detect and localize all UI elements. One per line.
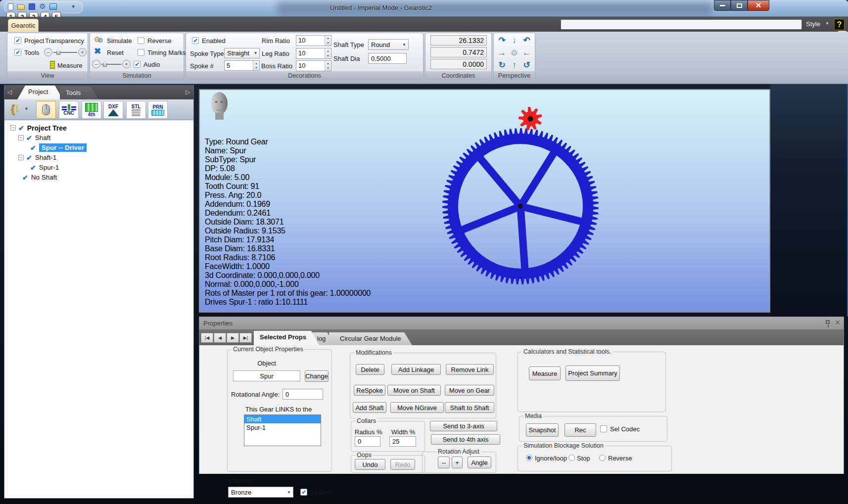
collar-radius-field[interactable]: 0 [355, 436, 380, 447]
dxf-export-button[interactable]: DXF [103, 101, 123, 119]
style-search-input[interactable] [561, 19, 802, 30]
tilt-up-icon[interactable]: ↑ [508, 59, 520, 71]
title-bar[interactable]: ⚙ ▾ 1 2 3 4 5 Untitled - Imperial Mode -… [0, 0, 848, 17]
material-dropdown[interactable]: Bronze▼ [228, 487, 293, 498]
boss-ratio-spinner[interactable]: 10▲▼ [296, 60, 331, 71]
gear-script-dropdown-icon[interactable]: ▼ [24, 106, 29, 111]
tree-item-spur-driver[interactable]: ✔ Spur -- Driver [4, 143, 87, 152]
expand-icon[interactable]: − [18, 155, 24, 160]
tab-nav-last-button[interactable]: ▶| [239, 333, 252, 343]
pan-left-icon[interactable]: ← [520, 46, 533, 59]
spoke-count-spinner[interactable]: 5▲▼ [224, 60, 260, 71]
project-checkbox[interactable]: ✔ [14, 37, 21, 44]
tab-project[interactable]: Project [17, 86, 63, 99]
transparency-slider-thumb[interactable] [56, 49, 60, 55]
minimize-button[interactable] [714, 0, 731, 11]
fourth-axis-button[interactable]: 4th [82, 101, 101, 119]
spin-ccw-icon[interactable]: ↺ [520, 59, 533, 71]
style-selector[interactable]: Style [806, 20, 820, 28]
measure-button[interactable]: Measure [57, 62, 83, 69]
add-linkage-button[interactable]: Add Linkage [391, 364, 441, 375]
rotate-minus-button[interactable]: -- [438, 457, 450, 468]
new-file-icon[interactable] [8, 3, 13, 10]
rotational-angle-field[interactable]: 0 [283, 389, 323, 400]
speed-slider[interactable] [101, 64, 121, 65]
speed-plus-button[interactable]: + [122, 60, 131, 68]
move-on-shaft-button[interactable]: Move on Shaft [387, 385, 441, 396]
tab-nav-prev-button[interactable]: ◀ [214, 333, 226, 343]
respoke-button[interactable]: ReSpoke [354, 385, 385, 396]
move-ngrave-button[interactable]: Move NGrave [390, 402, 444, 413]
delete-button[interactable]: Delete [356, 364, 384, 375]
mouse-tool-button[interactable] [36, 101, 56, 119]
transparency-slider[interactable] [53, 52, 77, 53]
tree-item-spur-1[interactable]: ✔ Spur-1 [4, 163, 59, 172]
tab-nav-next-button[interactable]: ▶ [227, 333, 239, 343]
print-button[interactable]: PRN [148, 101, 168, 119]
panel-close-icon[interactable]: ✕ [835, 319, 841, 326]
stl-export-button[interactable]: STL [126, 101, 146, 119]
reset-button[interactable]: Reset [107, 49, 124, 56]
leg-ratio-spinner[interactable]: 10▲▼ [296, 48, 331, 59]
tree-item-project-tree[interactable]: − ✔ Project Tree [4, 123, 67, 133]
shaft-type-dropdown[interactable]: Round▼ [368, 39, 409, 50]
viewport[interactable]: Type: Round Gear Name: Spur SubType: Spu… [199, 89, 770, 313]
rec-button[interactable]: Rec [565, 423, 596, 437]
enabled-checkbox[interactable]: ✔ [192, 37, 199, 44]
reverse-checkbox[interactable] [138, 37, 144, 44]
rotate-plus-button[interactable]: + [452, 457, 463, 468]
stop-radio[interactable] [568, 455, 575, 461]
ignore-loop-radio[interactable] [526, 455, 532, 461]
window-view-icon[interactable] [49, 3, 57, 10]
shaft-to-shaft-button[interactable]: Shaft to Shaft [445, 402, 494, 413]
rotate-angle-button[interactable]: Angle [468, 457, 491, 468]
snapshot-button[interactable]: Snapshot [526, 423, 559, 437]
open-folder-icon[interactable] [17, 4, 25, 10]
tree-item-shaft[interactable]: − ✔ Shaft [4, 133, 50, 142]
tree-item-no-shaft[interactable]: ✔ No Shaft [4, 173, 57, 182]
sidebar-scroll-left-icon[interactable]: ◁ [7, 89, 12, 95]
move-on-gear-button[interactable]: Move on Gear [445, 385, 494, 396]
rotate-ccw-icon[interactable]: ↶ [520, 34, 533, 46]
help-button[interactable]: ? [834, 19, 845, 30]
object-name-field[interactable]: Spur [233, 370, 300, 381]
speed-minus-button[interactable]: − [92, 60, 100, 68]
remove-link-button[interactable]: Remove Link [446, 364, 494, 375]
expand-icon[interactable]: − [18, 135, 24, 140]
properties-header[interactable]: Properties ✕ [199, 317, 844, 329]
close-button[interactable]: ✕ [748, 0, 769, 11]
audio-checkbox[interactable]: ✔ [134, 61, 141, 68]
spin-cw-icon[interactable]: ↻ [496, 59, 508, 71]
gear-script-icon[interactable]: { [10, 102, 15, 115]
tree-item-shaft-1[interactable]: − ✔ Shaft-1 [4, 153, 56, 162]
transparency-minus-button[interactable]: − [44, 48, 52, 56]
expand-icon[interactable]: − [10, 125, 16, 131]
pin-icon[interactable] [826, 320, 830, 324]
tab-circular-gear-module[interactable]: Circular Gear Module [329, 332, 412, 345]
collar-width-field[interactable]: 25 [389, 436, 416, 447]
rotate-cw-icon[interactable]: ↷ [496, 34, 508, 46]
tools-checkbox[interactable]: ✔ [14, 49, 21, 56]
speed-slider-thumb[interactable] [103, 61, 107, 67]
cnc-output-button[interactable]: CNC [59, 101, 79, 119]
tab-gearotic[interactable]: Gearotic [8, 19, 39, 32]
pan-right-icon[interactable]: → [496, 46, 508, 59]
change-button[interactable]: Change [305, 370, 329, 382]
list-item-shaft[interactable]: Shaft [244, 415, 321, 423]
qat-customize-icon[interactable]: ▾ [70, 3, 76, 11]
face-view-icon[interactable]: ☺ [508, 46, 520, 59]
spoke-type-dropdown[interactable]: Straight▼ [224, 48, 260, 58]
maximize-button[interactable] [731, 0, 748, 11]
tab-selected-props[interactable]: Selected Props [254, 331, 319, 345]
send-to-3axis-button[interactable]: Send to 3-axis [430, 421, 497, 431]
style-chevron-icon[interactable]: ▼ [825, 21, 829, 26]
transparency-plus-button[interactable]: + [78, 48, 87, 56]
reverse-radio[interactable] [599, 455, 606, 461]
grid-3d-checkbox[interactable]: ✔ [300, 489, 307, 496]
redo-button[interactable]: Redo [390, 459, 415, 470]
sel-codec-checkbox[interactable] [600, 425, 607, 432]
rim-ratio-spinner[interactable]: 10▲▼ [296, 35, 331, 46]
project-summary-button[interactable]: Project Summary [565, 366, 620, 381]
tab-nav-first-button[interactable]: |◀ [201, 333, 213, 343]
timing-marks-checkbox[interactable] [138, 49, 144, 56]
